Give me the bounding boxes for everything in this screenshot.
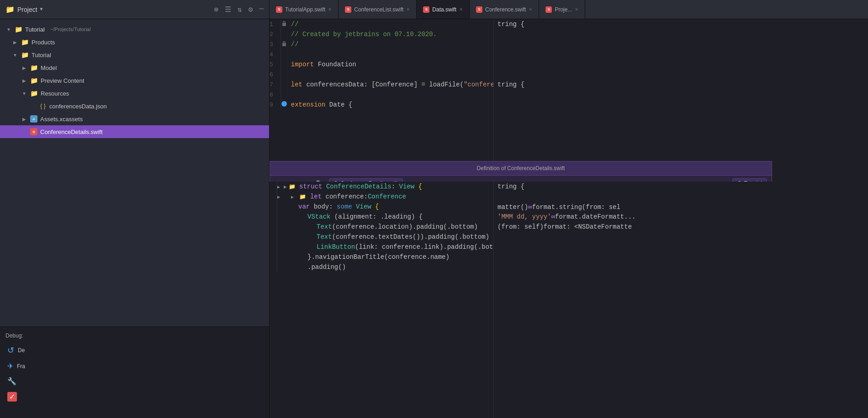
model-label: Model [41,64,57,71]
swift-icon: S [545,6,552,13]
line-content: extension Date { [287,100,493,110]
root-label: Tutorial [25,26,45,33]
r-line-1: tring { [494,19,868,29]
tab-label: ConferenceList.swift [354,6,403,13]
products-label: Products [32,39,55,46]
swift-file-icon: S [30,128,37,135]
code-line-1: 1 // [270,19,493,29]
lower-editor: ▶ ▶ 📁 struct ConferenceDetails: View { [270,182,868,418]
line-content [287,49,493,59]
align-icon[interactable]: ☰ [225,5,231,14]
json-file-icon: { } [39,102,47,110]
tab-close[interactable]: ✕ [529,7,532,12]
line-content: // [287,19,493,29]
left-code-lower[interactable]: ▶ ▶ 📁 struct ConferenceDetails: View { [270,182,493,418]
root-folder-icon: 📁 [15,26,22,33]
debug-area: Debug: ↺ De ✈ Fra 🔧 ✓ [0,327,269,418]
tutorial-label: Tutorial [32,52,51,59]
code-line-6: 6 [270,70,493,80]
swift-icon: S [276,6,282,13]
file-tree-top: ▼ 📁 Tutorial ~/Projects/Tutorial ▶ 📁 Pro… [0,19,269,327]
debug-de-button[interactable]: ↺ De [4,343,265,358]
tree-item-tutorial[interactable]: ▼ 📁 Tutorial [0,48,269,61]
tab-close[interactable]: ✕ [575,7,578,12]
root-path: ~/Projects/Tutorial [50,27,91,32]
popup-forward-btn[interactable]: → [287,179,296,182]
line-gutter [281,90,287,100]
svg-rect-1 [282,43,286,46]
minus-icon[interactable]: ─ [259,5,264,14]
popup-search-btn[interactable]: 🔍 [313,179,325,182]
swift-icon: S [476,6,482,13]
r-line-6 [494,70,868,80]
r-line-7: tring { [494,80,868,90]
tab-conference[interactable]: S Conference.swift ✕ [470,0,539,19]
line-number [270,232,277,242]
code-line-padding: .padding() [270,262,493,272]
debug-error-button[interactable]: ✓ [4,389,265,404]
line-content: .padding() [280,262,493,272]
popup-back-btn[interactable]: ← [275,179,284,182]
line-content: Text(conference.textDates()).padding(.bo… [280,232,493,242]
preview-folder-icon: 📁 [30,77,38,84]
r-line-lower-4: 'MMM dd, yyyy' ∞ format.dateFormatt... [494,212,868,222]
code-line-linkbutton: LinkButton(link: conference.link).paddin… [270,242,493,252]
tab-label: Proje... [555,6,572,13]
line-gutter [281,39,287,49]
project-header: 📁 Project ▼ ⊕ ☰ ⇅ ⚙ ─ [0,0,270,19]
tab-close[interactable]: ✕ [328,7,332,12]
debug-fra-button[interactable]: ✈ Fra [4,359,265,373]
tab-close[interactable]: ✕ [459,7,463,12]
swift-icon: S [345,6,351,13]
line-number [270,182,277,192]
collapse-icon[interactable]: ⇅ [238,5,242,14]
tree-item-resources[interactable]: ▼ 📁 Resources [0,87,269,100]
line-number: 8 [270,90,281,100]
line-number: 6 [270,70,281,80]
toolbar-icons: ⊕ ☰ ⇅ ⚙ ─ [214,5,264,14]
tree-item-model[interactable]: ▶ 📁 Model [0,61,269,74]
popup-file-chip[interactable]: S ConferenceDetails.swift [329,178,403,182]
popup-file-label: ConferenceDetails.swift [340,180,398,182]
code-line-struct: ▶ ▶ 📁 struct ConferenceDetails: View { [270,182,493,192]
tab-tutorialapp[interactable]: S TutorialApp.swift ✕ [270,0,339,19]
gear-icon[interactable]: ⚙ [249,5,253,14]
code-line-7: 7 let conferencesData: [Conference] = lo… [270,80,493,90]
line-number [270,222,277,232]
svg-rect-0 [282,23,286,26]
line-number: 1 [270,19,281,29]
code-line-text-location: Text(conference.location).padding(.botto… [270,222,493,232]
products-folder-icon: 📁 [21,38,29,46]
tree-item-assets[interactable]: ▶ A Assets.xcassets [0,113,269,125]
line-number: 7 [270,80,281,90]
products-arrow: ▶ [12,40,18,45]
add-icon[interactable]: ⊕ [214,5,218,14]
popup-project-icon: S [737,180,741,182]
popup-edit-btn[interactable]: ✏ [301,179,309,182]
tab-conferencelist[interactable]: S ConferenceList.swift ✕ [339,0,417,19]
tree-item-preview-content[interactable]: ▶ 📁 Preview Content [0,74,269,87]
r-line-lower-1: tring { [494,182,868,192]
debug-de-label: De [18,347,25,354]
tab-close[interactable]: ✕ [406,7,410,12]
line-number [270,252,277,262]
r-line-9 [494,100,868,110]
tree-item-conference-details[interactable]: S ConferenceDetails.swift [0,125,269,138]
debug-tools-button[interactable]: 🔧 [4,374,265,388]
popup-project-chip[interactable]: S Tutorial [732,178,767,182]
resources-folder-icon: 📁 [30,90,38,97]
model-arrow: ▶ [21,65,27,70]
assets-label: Assets.xcassets [40,116,83,123]
left-code-upper[interactable]: 1 // 2 // Created by jetbrains on 07.10.… [270,19,493,182]
upper-editor: 1 // 2 // Created by jetbrains on 07.10.… [270,19,868,182]
tab-project-partial[interactable]: S Proje... ✕ [539,0,585,19]
tree-item-json[interactable]: { } conferencesData.json [0,100,269,113]
line-content: VStack (alignment: .leading) { [280,212,493,222]
tree-item-products[interactable]: ▶ 📁 Products [0,36,269,48]
r-line-5 [494,59,868,70]
xcassets-icon: A [30,115,37,123]
tab-data[interactable]: S Data.swift ✕ [417,0,470,19]
line-number [270,192,277,202]
project-dropdown-arrow[interactable]: ▼ [40,7,43,12]
tree-root[interactable]: ▼ 📁 Tutorial ~/Projects/Tutorial [0,23,269,36]
